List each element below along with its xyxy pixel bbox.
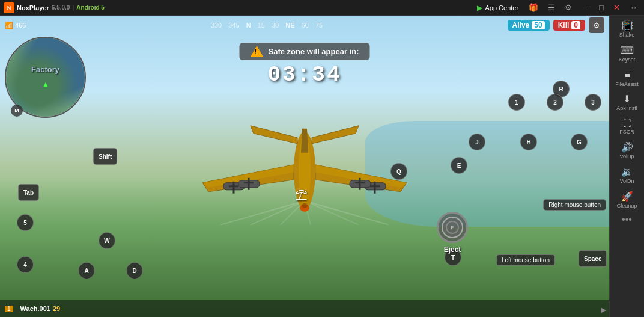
warning-icon: [251, 46, 264, 57]
svg-line-4: [305, 200, 359, 224]
eject-button-container: F Eject: [437, 212, 468, 254]
player-name: Wach.001 29: [20, 305, 61, 312]
cleanup-icon: 🚀: [621, 192, 633, 202]
d-key[interactable]: D: [126, 262, 143, 279]
space-key[interactable]: Space: [579, 250, 607, 267]
play-icon: ▶: [477, 4, 482, 12]
minimize-button[interactable]: —: [579, 2, 592, 13]
fileassist-icon: 🖥: [622, 70, 632, 80]
safe-zone-text: Safe zone will appear in:: [269, 47, 359, 56]
apkinstall-button[interactable]: ⬇ Apk Instl: [612, 91, 643, 115]
compass-bar: 330 345 N 15 30 NE 60 75: [26, 22, 507, 29]
main-area: 📶 466 330 345 N 15 30 NE 60 75 Alive 50: [0, 16, 644, 317]
voldn-button[interactable]: 🔉 VolDn: [612, 164, 643, 188]
menu-button[interactable]: ☰: [545, 2, 558, 13]
svg-point-13: [302, 203, 308, 208]
fileassist-label: FileAssist: [615, 81, 639, 88]
app-center-button[interactable]: ▶ App Center: [473, 2, 522, 13]
settings-button[interactable]: ⚙: [562, 2, 575, 13]
svg-line-5: [305, 200, 389, 224]
bottom-bar: 1 Wach.001 29 ▶: [0, 300, 609, 317]
kill-label: Kill: [558, 21, 570, 29]
voldn-icon: 🔉: [621, 167, 633, 177]
more-button[interactable]: •••: [622, 214, 632, 225]
hud-top-bar: 📶 466 330 345 N 15 30 NE 60 75 Alive 50: [0, 16, 609, 35]
game-viewport[interactable]: 📶 466 330 345 N 15 30 NE 60 75 Alive 50: [0, 16, 609, 317]
plane-svg: [190, 92, 419, 224]
fscr-icon: ⛶: [623, 119, 631, 128]
eject-label: Eject: [444, 245, 461, 254]
right-mouse-label: Right mouse button: [543, 199, 606, 211]
fscr-label: FSCR: [619, 129, 634, 135]
wifi-signal: 📶 466: [5, 22, 26, 29]
safe-zone-timer: 03:34: [267, 63, 341, 87]
app-center-label: App Center: [485, 4, 518, 11]
shake-label: Shake: [619, 32, 635, 38]
right-sidebar: 📳 Shake ⌨ Keyset 🖥 FileAssist ⬇ Apk Inst…: [609, 16, 644, 317]
cleanup-label: Cleanup: [617, 203, 637, 209]
cleanup-button[interactable]: 🚀 Cleanup: [612, 189, 643, 212]
g-key[interactable]: G: [571, 134, 588, 150]
minimap-player-marker: ▲: [41, 79, 50, 89]
apkinstall-icon: ⬇: [623, 94, 631, 104]
volup-button[interactable]: 🔊 VolUp: [612, 140, 643, 163]
num1-key[interactable]: 1: [508, 94, 525, 111]
kill-count: 0: [571, 21, 580, 29]
shift-key[interactable]: Shift: [93, 148, 117, 165]
player-rank-badge: 1: [5, 306, 13, 312]
wifi-value: 466: [15, 22, 26, 29]
num3-key[interactable]: 3: [585, 94, 601, 111]
svg-line-1: [251, 200, 305, 224]
alive-count: 50: [532, 21, 544, 29]
e-key[interactable]: E: [451, 157, 467, 174]
plane-container: [190, 92, 419, 227]
sidebar-toggle-button[interactable]: ↔: [627, 2, 640, 13]
keyset-icon: ⌨: [620, 46, 634, 55]
h-key[interactable]: H: [520, 134, 537, 150]
volup-label: VolUp: [619, 153, 634, 160]
voldn-label: VolDn: [619, 178, 634, 185]
volup-icon: 🔊: [621, 143, 633, 152]
fileassist-button[interactable]: 🖥 FileAssist: [612, 67, 643, 91]
keyset-button[interactable]: ⌨ Keyset: [612, 43, 643, 66]
keyset-label: Keyset: [619, 57, 636, 63]
close-button[interactable]: ✕: [610, 2, 623, 13]
left-mouse-label: Left mouse button: [496, 254, 555, 266]
safe-zone-banner: Safe zone will appear in:: [240, 43, 370, 60]
w-key[interactable]: W: [99, 232, 115, 249]
nox-logo: N NoxPlayer 6.5.0.0 | Android 5: [4, 2, 105, 13]
safe-zone-notification: Safe zone will appear in: 03:34: [240, 43, 370, 87]
minimap-location-label: Factory: [31, 65, 59, 74]
android-version: Android 5: [76, 4, 105, 11]
j-key[interactable]: J: [469, 134, 485, 150]
shake-button[interactable]: 📳 Shake: [612, 18, 643, 42]
kill-indicator: Kill 0: [553, 20, 585, 31]
bottom-bar-arrow[interactable]: ▶: [601, 304, 606, 315]
fscr-button[interactable]: ⛶ FSCR: [612, 116, 643, 138]
minimap-m-button[interactable]: M: [11, 105, 23, 117]
eject-button[interactable]: F: [437, 212, 468, 243]
gift-button[interactable]: 🎁: [526, 2, 541, 13]
num5-key[interactable]: 5: [17, 214, 34, 231]
num2-key[interactable]: 2: [547, 94, 564, 111]
player-name-text: Wach.001: [20, 305, 50, 312]
restore-button[interactable]: □: [596, 2, 607, 13]
apkinstall-label: Apk Instl: [616, 105, 637, 112]
num4-key[interactable]: 4: [17, 256, 34, 273]
app-name: NoxPlayer: [17, 4, 49, 11]
app-version: 6.5.0.0: [52, 4, 70, 11]
alive-label: Alive: [512, 21, 530, 29]
titlebar: N NoxPlayer 6.5.0.0 | Android 5 ▶ App Ce…: [0, 0, 644, 16]
hud-stats: Alive 50 Kill 0 ⚙: [508, 17, 604, 33]
nox-logo-icon: N: [4, 2, 14, 13]
player-level: 29: [53, 305, 60, 312]
shake-icon: 📳: [621, 21, 633, 31]
game-settings-button[interactable]: ⚙: [589, 17, 604, 33]
titlebar-left: N NoxPlayer 6.5.0.0 | Android 5: [4, 2, 105, 13]
titlebar-right: ▶ App Center 🎁 ☰ ⚙ — □ ✕ ↔: [473, 2, 640, 13]
parachute-figure: ⛱: [296, 189, 308, 203]
tab-key[interactable]: Tab: [18, 184, 39, 201]
a-key[interactable]: A: [78, 262, 95, 279]
q-key[interactable]: Q: [390, 163, 407, 180]
eject-button-inner: F: [442, 217, 463, 238]
